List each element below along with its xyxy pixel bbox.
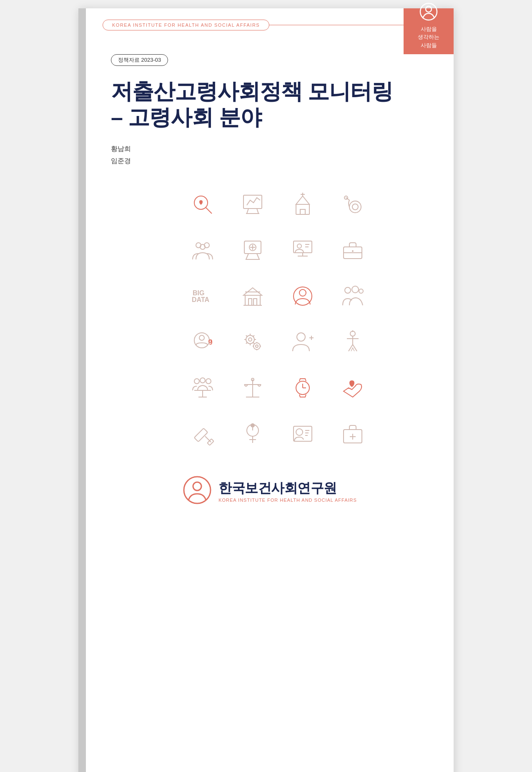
icon-magnifier-heart [186,188,219,221]
svg-point-49 [209,340,211,342]
icon-medical-kit [336,417,369,450]
svg-point-52 [253,343,260,350]
icon-gender-symbol [236,417,269,450]
icon-person-plus [286,325,319,359]
svg-point-44 [345,287,351,293]
svg-point-51 [248,338,252,341]
icon-government [236,279,269,313]
svg-point-1 [426,6,432,12]
icon-church [286,188,319,221]
icon-chart [236,188,269,221]
svg-point-18 [200,244,205,249]
header-bar: KOREA INSTITUTE FOR HEALTH AND SOCIAL AF… [86,8,454,42]
icon-heart-hand [336,371,369,405]
svg-line-3 [206,207,212,214]
svg-text:BIG: BIG [193,289,204,297]
svg-point-61 [200,378,205,383]
bottom-logo: 한국보건사회연구원 KOREA INSTITUTE FOR HEALTH AND… [111,475,429,506]
svg-point-43 [299,289,306,296]
institute-name-badge: KOREA INSTITUTE FOR HEALTH AND SOCIAL AF… [103,20,269,30]
svg-point-53 [256,345,258,347]
svg-point-45 [352,286,359,293]
top-right-branding: 사람을 생각하는 사람들 [404,8,454,54]
svg-rect-12 [300,209,305,214]
policy-badge: 정책자료 2023-03 [111,54,168,66]
bottom-logo-text: 한국보건사회연구원 KOREA INSTITUTE FOR HEALTH AND… [218,479,357,503]
main-content: 정책자료 2023-03 저출산고령사회정책 모니터링 – 고령사회 분야 황남… [86,42,454,531]
author-2: 임준경 [111,155,429,167]
top-right-tagline: 사람을 생각하는 사람들 [418,25,439,50]
bottom-logo-icon [183,475,212,506]
main-title: 저출산고령사회정책 모니터링 – 고령사회 분야 [111,78,429,131]
authors-list: 황남희 임준경 [111,143,429,167]
icon-briefcase [336,234,369,267]
svg-rect-39 [253,299,257,305]
svg-point-26 [297,244,301,248]
icon-big-data: BIG DATA [186,279,219,313]
icon-touch-screen [236,234,269,267]
icon-balance [236,371,269,405]
svg-line-74 [205,436,211,442]
icons-grid: BIG DATA [186,188,429,450]
svg-text:DATA: DATA [192,296,210,303]
svg-point-48 [199,335,204,340]
svg-line-5 [247,209,248,214]
icon-people-meeting [186,371,219,405]
icon-person-id [286,417,319,450]
icon-wristwatch [286,371,319,405]
icon-vacuum [336,188,369,221]
icon-gears [236,325,269,359]
top-right-logo-icon [419,2,439,23]
page-container: 사람을 생각하는 사람들 KOREA INSTITUTE FOR HEALTH … [78,8,454,772]
svg-point-90 [193,482,201,490]
svg-rect-73 [194,428,208,442]
svg-marker-9 [296,196,309,204]
svg-point-60 [194,379,199,384]
svg-rect-38 [248,299,252,305]
svg-point-79 [251,424,254,427]
icon-gavel [186,417,219,450]
icon-circle-person [286,279,319,313]
icon-accessibility [336,325,369,359]
svg-point-62 [206,379,211,384]
svg-point-82 [296,429,303,435]
bottom-logo-korean: 한국보건사회연구원 [218,479,357,498]
svg-point-46 [359,289,363,293]
icon-presentation [286,234,319,267]
icon-people-group [186,234,219,267]
svg-point-14 [352,204,358,210]
author-1: 황남희 [111,143,429,155]
svg-rect-36 [245,295,260,305]
svg-line-6 [257,209,258,214]
icon-family [336,279,369,313]
svg-point-54 [297,333,305,341]
svg-point-13 [349,201,361,213]
icon-ai-head [186,325,219,359]
bottom-logo-english: KOREA INSTITUTE FOR HEALTH AND SOCIAL AF… [218,498,357,503]
